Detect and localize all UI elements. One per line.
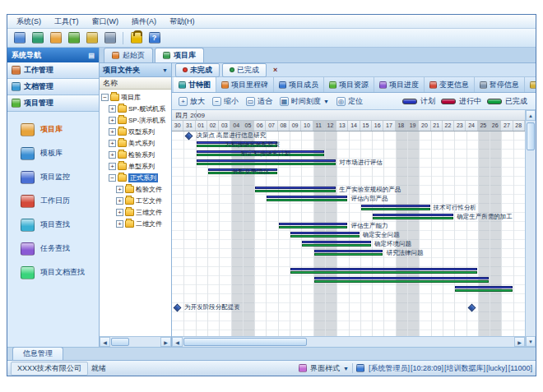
expander-icon[interactable]: + bbox=[109, 151, 116, 159]
view-tab-暂停信息[interactable]: 暂停信息 bbox=[475, 77, 525, 92]
task-bar[interactable] bbox=[373, 214, 453, 221]
task-bar[interactable] bbox=[255, 187, 336, 194]
scroll-left-icon[interactable]: ◀ bbox=[100, 337, 110, 347]
tree-node-检验系列[interactable]: +检验系列 bbox=[101, 149, 171, 160]
milestone-marker[interactable] bbox=[467, 304, 476, 312]
menu-item[interactable]: 工具(T) bbox=[49, 16, 85, 28]
tree-node-工艺文件[interactable]: +工艺文件 bbox=[101, 195, 171, 206]
sidebar-item-项目查找[interactable]: 项目查找 bbox=[7, 213, 99, 237]
scroll-thumb[interactable] bbox=[183, 338, 307, 346]
tree-node-正式系列[interactable]: −正式系列 bbox=[101, 172, 171, 183]
gantt-horizontal-scrollbar[interactable]: ◀ ▶ bbox=[172, 336, 525, 347]
work-calendar-icon bbox=[21, 195, 35, 208]
scroll-down-icon[interactable]: ▼ bbox=[526, 336, 536, 347]
sidebar-item-项目监控[interactable]: 项目监控 bbox=[7, 165, 99, 189]
gear-button[interactable] bbox=[102, 30, 118, 46]
form-button[interactable] bbox=[48, 30, 63, 46]
grid-button[interactable] bbox=[30, 30, 45, 46]
expander-icon[interactable]: + bbox=[116, 186, 123, 193]
task-bar[interactable] bbox=[290, 232, 360, 239]
filter-tab-未完成[interactable]: 未完成 bbox=[175, 63, 220, 77]
expander-icon[interactable]: + bbox=[109, 140, 116, 147]
task-bar[interactable] bbox=[290, 268, 477, 275]
scroll-up-icon[interactable]: ▲ bbox=[526, 110, 536, 121]
sidebar-item-项目库[interactable]: 项目库 bbox=[7, 118, 99, 141]
tree-node-二维文件[interactable]: +二维文件 bbox=[101, 218, 171, 229]
tree-horizontal-scrollbar[interactable]: ◀ ▶ bbox=[100, 336, 171, 347]
home-button[interactable] bbox=[12, 30, 27, 46]
task-bar[interactable] bbox=[314, 277, 490, 284]
tree-node-双型系列[interactable]: +双型系列 bbox=[101, 126, 171, 137]
close-icon[interactable]: × bbox=[271, 66, 280, 74]
view-tab-甘特图[interactable]: 甘特图 bbox=[174, 77, 216, 92]
expander-icon[interactable]: − bbox=[109, 174, 116, 182]
view-tab-项目资源[interactable]: 项目资源 bbox=[324, 77, 374, 92]
tree-node-三维文件[interactable]: +三维文件 bbox=[101, 206, 171, 218]
gantt-vertical-scrollbar[interactable]: ▲ ▼ bbox=[525, 110, 536, 347]
expander-icon[interactable]: + bbox=[109, 117, 116, 124]
tree-node-美式系列[interactable]: +美式系列 bbox=[101, 137, 171, 149]
tree-node-检验文件[interactable]: +检验文件 bbox=[101, 183, 171, 195]
chevron-down-icon[interactable]: ▼ bbox=[343, 366, 349, 371]
view-tab-项目预算[interactable]: 项目预算 bbox=[525, 77, 536, 92]
milestone-marker[interactable] bbox=[185, 132, 193, 141]
tree-node-单型系列[interactable]: +单型系列 bbox=[101, 160, 171, 172]
menu-item[interactable]: 窗口(W) bbox=[86, 16, 125, 28]
时间刻度-button[interactable]: ▦时间刻度▼ bbox=[276, 95, 332, 108]
mail-button[interactable] bbox=[84, 30, 100, 46]
lock-button[interactable] bbox=[128, 30, 144, 46]
menu-item[interactable]: 插件(A) bbox=[126, 16, 162, 28]
sidebar-item-工作日历[interactable]: 工作日历 bbox=[7, 189, 99, 213]
scroll-left-icon[interactable]: ◀ bbox=[172, 337, 183, 347]
expander-icon[interactable]: + bbox=[109, 128, 116, 136]
tree-node-SP-演示机系[interactable]: +SP-演示机系 bbox=[101, 114, 171, 126]
help-button[interactable] bbox=[146, 30, 162, 46]
放大-button[interactable]: +放大 bbox=[175, 95, 208, 108]
filter-tab-已完成[interactable]: 已完成 bbox=[222, 63, 267, 77]
expander-icon[interactable]: + bbox=[109, 105, 116, 113]
task-bar[interactable] bbox=[314, 250, 383, 257]
适合-button[interactable]: ▭适合 bbox=[243, 95, 276, 108]
task-bar[interactable] bbox=[197, 159, 336, 167]
tab-info-management[interactable]: 信息管理 bbox=[12, 347, 63, 360]
sidebar-group-工作管理[interactable]: 工作管理 bbox=[7, 62, 99, 79]
tab-起始页[interactable]: 起始页 bbox=[104, 48, 153, 62]
expander-icon[interactable]: + bbox=[116, 220, 123, 228]
view-tab-项目成员[interactable]: 项目成员 bbox=[274, 77, 324, 92]
sidebar-item-任务查找[interactable]: 任务查找 bbox=[7, 237, 99, 261]
view-tab-项目里程碑[interactable]: 项目里程碑 bbox=[216, 77, 274, 92]
menu-item[interactable]: 系统(S) bbox=[11, 16, 47, 28]
tree-column-header[interactable]: 名称 bbox=[100, 77, 171, 90]
expander-icon[interactable]: + bbox=[109, 163, 116, 170]
menu-item[interactable]: 帮助(H) bbox=[164, 16, 201, 28]
sidebar-item-项目文档查找[interactable]: 项目文档查找 bbox=[7, 261, 99, 284]
task-bar[interactable] bbox=[267, 196, 347, 203]
milestone-marker[interactable] bbox=[174, 304, 182, 312]
ui-style-label[interactable]: 界面样式 bbox=[310, 363, 340, 374]
task-bar[interactable] bbox=[455, 286, 513, 293]
expander-icon[interactable]: + bbox=[116, 209, 123, 216]
view-tab-变更信息[interactable]: 变更信息 bbox=[425, 77, 475, 92]
chevron-down-icon[interactable]: ▼ bbox=[162, 67, 168, 73]
定位-button[interactable]: ◎定位 bbox=[333, 95, 366, 108]
expander-icon[interactable]: + bbox=[116, 197, 123, 205]
task-bar[interactable] bbox=[361, 205, 430, 212]
tree-node-项目库[interactable]: −项目库 bbox=[101, 91, 171, 103]
缩小-button[interactable]: −缩小 bbox=[209, 95, 242, 108]
view-tab-项目进度[interactable]: 项目进度 bbox=[374, 77, 425, 92]
task-bar[interactable] bbox=[302, 241, 371, 248]
sidebar-item-模板库[interactable]: 模板库 bbox=[7, 141, 99, 165]
tab-项目库[interactable]: 项目库 bbox=[155, 48, 204, 62]
sidebar-group-项目管理[interactable]: 项目管理 bbox=[7, 95, 99, 112]
scroll-right-icon[interactable]: ▶ bbox=[514, 337, 525, 347]
pin-icon[interactable]: ▤ bbox=[88, 52, 95, 59]
scroll-thumb[interactable] bbox=[111, 338, 129, 346]
tree-node-SP-舰试机系[interactable]: +SP-舰试机系 bbox=[101, 103, 171, 114]
task-bar[interactable] bbox=[279, 223, 348, 230]
chart-button[interactable] bbox=[66, 30, 81, 46]
scroll-right-icon[interactable]: ▶ bbox=[160, 337, 171, 347]
scroll-thumb[interactable] bbox=[527, 122, 535, 150]
sidebar-group-文档管理[interactable]: 文档管理 bbox=[7, 79, 99, 95]
expander-icon[interactable]: − bbox=[101, 94, 109, 101]
view-tab-icon bbox=[329, 81, 336, 89]
